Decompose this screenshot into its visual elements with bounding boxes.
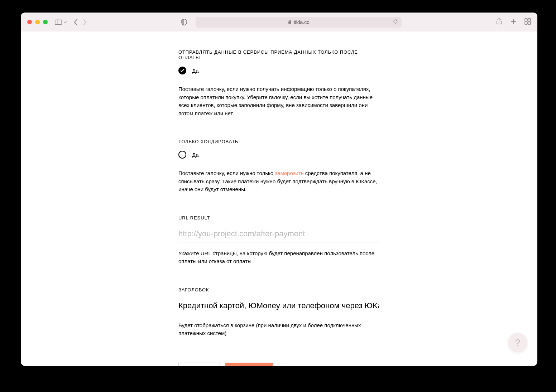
- settings-form: ОТПРАВЛЯТЬ ДАННЫЕ В СЕРВИСЫ ПРИЕМА ДАННЫ…: [178, 49, 379, 366]
- section-title: ЗАГОЛОВОК Будет отображаться в корзине (…: [178, 287, 379, 338]
- tab-overview-icon[interactable]: [524, 18, 531, 26]
- close-button[interactable]: Закрыть: [178, 363, 220, 366]
- page-content: ОТПРАВЛЯТЬ ДАННЫЕ В СЕРВИСЫ ПРИЕМА ДАННЫ…: [21, 32, 537, 366]
- help-text: Поставьте галочку, если нужно только зам…: [178, 169, 379, 194]
- checkbox-send-after-payment[interactable]: [178, 67, 186, 74]
- section-url-result: URL RESULT Укажите URL страницы, на кото…: [178, 215, 379, 266]
- chevron-down-icon[interactable]: [63, 20, 67, 24]
- browser-window: tilda.cc ОТПРАВЛЯТЬ ДАННЫЕ В СЕРВИСЫ ПРИ…: [21, 13, 537, 366]
- help-text: Укажите URL страницы, на которую будет п…: [178, 250, 379, 266]
- svg-rect-8: [528, 22, 531, 24]
- question-mark-icon: ?: [515, 337, 520, 348]
- close-window-icon[interactable]: [27, 20, 32, 24]
- form-buttons: Закрыть Добавить: [178, 363, 379, 366]
- reload-icon[interactable]: [393, 19, 398, 25]
- title-input[interactable]: [178, 299, 379, 314]
- privacy-shield-icon[interactable]: [181, 19, 187, 25]
- checkbox-row: Да: [178, 67, 379, 74]
- sidebar-toggle-icon[interactable]: [55, 19, 62, 25]
- new-tab-icon[interactable]: [510, 18, 517, 26]
- checkbox-hold-only[interactable]: [178, 151, 186, 159]
- minimize-window-icon[interactable]: [35, 20, 40, 24]
- svg-rect-7: [525, 22, 527, 24]
- help-text: Будет отображаться в корзине (при наличи…: [178, 321, 379, 338]
- titlebar: tilda.cc: [21, 13, 537, 32]
- help-link-freeze[interactable]: заморозить: [275, 170, 303, 176]
- section-label: ТОЛЬКО ХОЛДИРОВАТЬ: [178, 139, 379, 144]
- section-send-after-payment: ОТПРАВЛЯТЬ ДАННЫЕ В СЕРВИСЫ ПРИЕМА ДАННЫ…: [178, 49, 379, 117]
- url-result-input[interactable]: [178, 227, 379, 242]
- add-button[interactable]: Добавить: [225, 363, 273, 366]
- sidebar-toggle-group: [55, 19, 67, 25]
- help-bubble-button[interactable]: ?: [508, 333, 527, 352]
- help-text: Поставьте галочку, если нужно получать и…: [178, 85, 379, 117]
- section-label: ОТПРАВЛЯТЬ ДАННЫЕ В СЕРВИСЫ ПРИЕМА ДАННЫ…: [178, 49, 379, 60]
- section-hold-only: ТОЛЬКО ХОЛДИРОВАТЬ Да Поставьте галочку,…: [178, 139, 379, 194]
- lock-icon: [288, 19, 292, 25]
- section-label: URL RESULT: [178, 215, 379, 221]
- svg-rect-6: [528, 19, 531, 21]
- address-bar[interactable]: tilda.cc: [196, 17, 402, 28]
- checkbox-label: Да: [192, 68, 199, 74]
- help-text-before: Поставьте галочку, если нужно только: [178, 170, 275, 176]
- svg-rect-2: [288, 21, 291, 24]
- url-host: tilda.cc: [294, 19, 310, 25]
- svg-rect-5: [525, 19, 527, 21]
- toolbar-right: [496, 18, 531, 26]
- maximize-window-icon[interactable]: [43, 20, 48, 24]
- svg-rect-0: [55, 20, 62, 24]
- section-label: ЗАГОЛОВОК: [178, 287, 379, 292]
- forward-button-icon[interactable]: [82, 19, 87, 26]
- checkbox-label: Да: [192, 152, 199, 158]
- share-icon[interactable]: [496, 18, 502, 26]
- checkbox-row: Да: [178, 151, 379, 159]
- back-button-icon[interactable]: [73, 19, 78, 26]
- window-controls: [27, 20, 48, 24]
